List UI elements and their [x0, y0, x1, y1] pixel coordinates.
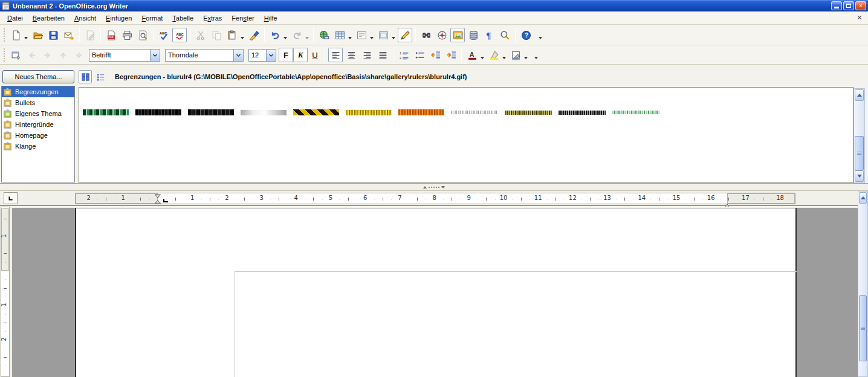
dropdown-arrow-icon[interactable] — [481, 57, 484, 59]
ruler-black[interactable] — [135, 109, 181, 115]
move-right-button[interactable] — [40, 48, 54, 62]
scrollbar-thumb[interactable] — [859, 295, 867, 361]
styles-window-button[interactable] — [8, 48, 23, 62]
insert-frame-button[interactable] — [354, 28, 369, 42]
undo-button[interactable] — [268, 28, 282, 42]
move-left-button[interactable] — [24, 48, 39, 62]
indent-marker-hourglass[interactable] — [154, 193, 161, 207]
italic-button[interactable]: K — [293, 48, 308, 62]
edit-file-button[interactable] — [83, 28, 97, 42]
save-button[interactable] — [46, 28, 60, 42]
gallery-scrollbar[interactable] — [853, 88, 865, 183]
format-paintbrush-button[interactable] — [247, 28, 261, 42]
new-document-button[interactable] — [8, 28, 23, 42]
dropdown-arrow-icon[interactable] — [502, 57, 506, 59]
copy-button[interactable] — [209, 28, 224, 42]
gallery-theme-bullets[interactable]: Bullets — [2, 97, 74, 108]
align-left-button[interactable] — [328, 48, 343, 62]
email-button[interactable] — [62, 28, 76, 42]
horizontal-ruler[interactable]: 21123456789101112131415161718 — [75, 193, 795, 204]
paragraph-style-combo[interactable]: Betrifft — [89, 49, 160, 62]
chevron-down-icon[interactable] — [266, 50, 276, 61]
zoom-button[interactable] — [497, 28, 512, 42]
chevron-down-icon[interactable] — [233, 50, 243, 61]
ruler-dashes-gray[interactable] — [451, 111, 498, 114]
draw-functions-button[interactable] — [398, 28, 412, 42]
move-up-button[interactable] — [56, 48, 70, 62]
detail-view-button[interactable] — [94, 70, 107, 83]
help-button[interactable]: ? — [519, 28, 533, 42]
underline-button[interactable]: U — [308, 48, 322, 62]
scroll-up-button[interactable] — [855, 89, 864, 101]
menu-format[interactable]: Format — [137, 13, 167, 24]
redo-button[interactable] — [290, 28, 304, 42]
font-size-combo[interactable]: 12 — [248, 49, 276, 62]
icon-view-button[interactable] — [79, 70, 92, 83]
page-preview-button[interactable] — [135, 28, 150, 42]
ruler-dashes-black[interactable] — [559, 111, 606, 115]
auto-spellcheck-button[interactable]: ABC — [172, 28, 187, 42]
ruler-orange[interactable] — [398, 109, 444, 115]
bold-button[interactable]: F — [279, 48, 293, 62]
font-color-button[interactable]: A — [465, 48, 479, 62]
export-pdf-button[interactable]: PDF — [104, 28, 118, 42]
dropdown-arrow-icon[interactable] — [305, 37, 309, 39]
toolbar-options-button[interactable] — [536, 31, 545, 39]
menu-bearbeiten[interactable]: Bearbeiten — [28, 13, 70, 24]
background-color-button[interactable] — [508, 48, 523, 62]
menu-extras[interactable]: Extras — [198, 13, 227, 24]
tab-stop-icon[interactable] — [163, 199, 168, 202]
cut-button[interactable] — [193, 28, 208, 42]
menu-datei[interactable]: Datei — [2, 13, 28, 24]
gallery-theme-hintergrnde[interactable]: Hintergründe — [2, 119, 74, 130]
scroll-up-button[interactable] — [859, 192, 867, 204]
spellcheck-button[interactable]: ABC — [157, 28, 171, 42]
gallery-theme-klnge[interactable]: Klänge — [2, 141, 74, 152]
dropdown-arrow-icon[interactable] — [283, 37, 287, 39]
menu-fenster[interactable]: Fenster — [227, 13, 259, 24]
gallery-button[interactable] — [450, 28, 465, 42]
menu-hilfe[interactable]: Hilfe — [259, 13, 282, 24]
toolbar-grip-handle[interactable] — [3, 48, 6, 62]
open-button[interactable] — [30, 28, 45, 42]
align-center-button[interactable] — [344, 48, 358, 62]
align-right-button[interactable] — [360, 48, 374, 62]
dropdown-arrow-icon[interactable] — [392, 37, 395, 39]
gallery-theme-eigenesthema[interactable]: Eigenes Thema — [2, 108, 74, 119]
decrease-indent-button[interactable] — [428, 48, 442, 62]
ruler-hazard-yellow-black[interactable] — [293, 109, 339, 115]
font-name-combo[interactable]: Thorndale — [165, 49, 244, 62]
scroll-down-button[interactable] — [855, 170, 864, 182]
menu-tabelle[interactable]: Tabelle — [167, 13, 198, 24]
ruler-green[interactable] — [83, 109, 129, 115]
print-button[interactable] — [120, 28, 134, 42]
document-page[interactable] — [75, 208, 797, 377]
vertical-ruler[interactable]: 112 — [1, 207, 10, 377]
scrollbar-thumb[interactable] — [855, 136, 864, 170]
highlighting-button[interactable] — [487, 48, 501, 62]
dropdown-arrow-icon[interactable] — [524, 57, 528, 59]
hyperlink-button[interactable] — [317, 28, 331, 42]
table-button[interactable] — [332, 28, 347, 42]
data-sources-button[interactable] — [466, 28, 481, 42]
gallery-theme-homepage[interactable]: Homepage — [2, 130, 74, 141]
new-theme-button[interactable]: Neues Thema... — [2, 70, 74, 83]
navigator-button[interactable] — [435, 28, 449, 42]
insert-section-button[interactable] — [376, 28, 390, 42]
dropdown-arrow-icon[interactable] — [241, 37, 244, 39]
dropdown-arrow-icon[interactable] — [348, 37, 352, 39]
bullet-list-button[interactable] — [412, 48, 427, 62]
increase-indent-button[interactable] — [444, 48, 458, 62]
menu-einfgen[interactable]: Einfügen — [101, 13, 137, 24]
paste-button[interactable] — [225, 28, 239, 42]
toolbar-grip-handle[interactable] — [3, 28, 6, 42]
dropdown-arrow-icon[interactable] — [370, 37, 374, 39]
justify-button[interactable] — [375, 48, 390, 62]
move-down-button[interactable] — [71, 48, 86, 62]
minimize-button[interactable] — [831, 1, 842, 10]
chevron-down-icon[interactable] — [150, 50, 160, 61]
find-replace-button[interactable] — [419, 28, 433, 42]
close-document-icon[interactable]: × — [855, 12, 864, 22]
restore-button[interactable] — [843, 1, 854, 10]
document-scrollbar[interactable] — [858, 191, 868, 377]
